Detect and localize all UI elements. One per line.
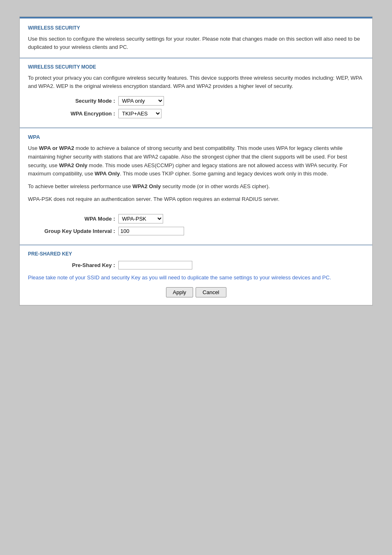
group-key-label: Group Key Update Interval : — [28, 228, 118, 234]
wpa-desc1: Use WPA or WPA2 mode to achieve a balanc… — [28, 144, 364, 178]
wireless-security-mode-desc: To protect your privacy you can configur… — [28, 74, 364, 90]
group-key-input[interactable]: 100 — [118, 227, 184, 235]
wpa-encryption-label: WPA Encryption : — [28, 111, 118, 117]
wpa-mode-row: WPA Mode : WPA-PSK WPA WPA2-PSK WPA2 — [28, 214, 364, 223]
group-key-row: Group Key Update Interval : 100 — [28, 227, 364, 235]
pre-shared-key-label: Pre-Shared Key : — [28, 262, 118, 268]
pre-shared-key-input[interactable] — [118, 261, 192, 269]
wireless-security-header: WIRELESS SECURITY Use this section to co… — [20, 18, 372, 58]
apply-button[interactable]: Apply — [166, 287, 194, 297]
security-mode-row: Security Mode : WPA only WEP WPA2 only W… — [28, 96, 364, 106]
wpa-title: WPA — [28, 134, 364, 140]
preshared-key-section: PRE-SHARED KEY Pre-Shared Key : Please t… — [20, 245, 372, 306]
pre-shared-key-row: Pre-Shared Key : — [28, 261, 364, 269]
wpa-mode-select[interactable]: WPA-PSK WPA WPA2-PSK WPA2 — [118, 214, 163, 223]
preshared-key-title: PRE-SHARED KEY — [28, 251, 364, 257]
wpa-mode-label: WPA Mode : — [28, 216, 118, 222]
wireless-security-mode-title: WIRELESS SECURITY MODE — [28, 64, 364, 70]
main-panel: WIRELESS SECURITY Use this section to co… — [19, 16, 373, 306]
wpa-section: WPA Use WPA or WPA2 mode to achieve a ba… — [20, 128, 372, 245]
wireless-security-mode-section: WIRELESS SECURITY MODE To protect your p… — [20, 58, 372, 128]
preshared-note: Please take note of your SSID and securi… — [28, 274, 364, 282]
wpa-desc2: To achieve better wireless performance u… — [28, 182, 364, 191]
button-row: Apply Cancel — [28, 287, 364, 297]
cancel-button[interactable]: Cancel — [196, 287, 226, 297]
wpa-desc3: WPA-PSK does not require an authenticati… — [28, 195, 364, 204]
wpa-encryption-row: WPA Encryption : TKIP+AES TKIP AES — [28, 109, 364, 118]
security-mode-label: Security Mode : — [28, 98, 118, 104]
security-mode-select[interactable]: WPA only WEP WPA2 only WPA/WPA2 — [118, 96, 164, 106]
wpa-encryption-select[interactable]: TKIP+AES TKIP AES — [118, 109, 161, 118]
wireless-security-title: WIRELESS SECURITY — [28, 25, 364, 31]
wireless-security-desc: Use this section to configure the wirele… — [28, 35, 364, 51]
